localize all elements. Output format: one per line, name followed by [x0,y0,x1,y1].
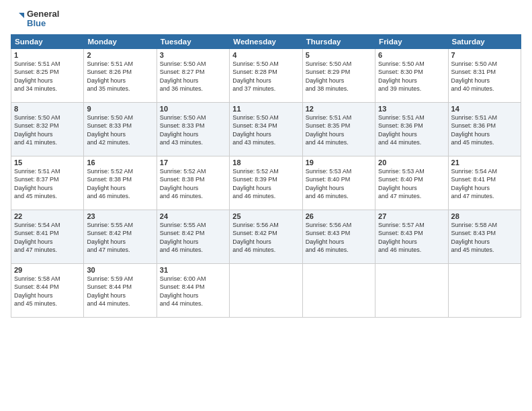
day-info: Sunrise: 5:50 AMSunset: 8:27 PMDaylight … [160,60,206,93]
calendar-cell: 16 Sunrise: 5:52 AMSunset: 8:38 PMDaylig… [84,156,157,210]
day-info: Sunrise: 5:50 AMSunset: 8:31 PMDaylight … [451,60,498,93]
calendar-cell: 11 Sunrise: 5:50 AMSunset: 8:34 PMDaylig… [230,102,302,156]
day-number: 3 [160,51,226,59]
calendar-cell: 24 Sunrise: 5:55 AMSunset: 8:42 PMDaylig… [157,210,229,263]
day-number: 30 [87,266,153,274]
calendar-table: SundayMondayTuesdayWednesdayThursdayFrid… [11,34,521,318]
header: General Blue [11,7,521,29]
day-number: 18 [232,158,299,167]
day-info: Sunrise: 5:53 AMSunset: 8:40 PMDaylight … [306,168,352,200]
calendar-cell: 3 Sunrise: 5:50 AMSunset: 8:27 PMDayligh… [157,48,229,102]
day-number: 1 [14,51,81,59]
calendar-cell: 19 Sunrise: 5:53 AMSunset: 8:40 PMDaylig… [302,156,375,210]
calendar-cell: 20 Sunrise: 5:53 AMSunset: 8:40 PMDaylig… [375,156,448,210]
weekday-header-saturday: Saturday [448,34,521,48]
day-number: 16 [87,158,153,167]
weekday-header-friday: Friday [375,34,448,48]
calendar-cell: 6 Sunrise: 5:50 AMSunset: 8:30 PMDayligh… [375,48,448,102]
day-number: 23 [87,212,153,220]
calendar-cell: 27 Sunrise: 5:57 AMSunset: 8:43 PMDaylig… [375,210,448,263]
calendar-cell: 23 Sunrise: 5:55 AMSunset: 8:42 PMDaylig… [84,210,157,263]
day-info: Sunrise: 5:50 AMSunset: 8:33 PMDaylight … [160,114,206,146]
day-info: Sunrise: 5:58 AMSunset: 8:44 PMDaylight … [14,275,60,308]
svg-marker-0 [19,13,24,18]
day-info: Sunrise: 5:52 AMSunset: 8:38 PMDaylight … [160,168,206,200]
day-number: 28 [451,212,518,220]
calendar-cell [448,263,521,317]
day-number: 21 [451,158,518,167]
calendar-week-1: 1 Sunrise: 5:51 AMSunset: 8:25 PMDayligh… [11,48,521,102]
logo-text: General Blue [27,9,59,29]
logo-bird-icon [11,11,24,25]
day-info: Sunrise: 5:51 AMSunset: 8:37 PMDaylight … [14,168,60,200]
day-info: Sunrise: 5:55 AMSunset: 8:42 PMDaylight … [160,222,206,254]
calendar-cell: 31 Sunrise: 6:00 AMSunset: 8:44 PMDaylig… [157,263,229,317]
weekday-header-thursday: Thursday [302,34,375,48]
calendar-cell: 28 Sunrise: 5:58 AMSunset: 8:43 PMDaylig… [448,210,521,263]
calendar-cell: 18 Sunrise: 5:52 AMSunset: 8:39 PMDaylig… [230,156,302,210]
day-info: Sunrise: 5:50 AMSunset: 8:28 PMDaylight … [232,60,279,93]
calendar-cell: 10 Sunrise: 5:50 AMSunset: 8:33 PMDaylig… [157,102,229,156]
day-number: 31 [160,266,226,274]
calendar-week-2: 8 Sunrise: 5:50 AMSunset: 8:32 PMDayligh… [11,102,521,156]
day-number: 4 [232,51,299,59]
calendar-week-3: 15 Sunrise: 5:51 AMSunset: 8:37 PMDaylig… [11,156,521,210]
weekday-header-monday: Monday [84,34,157,48]
calendar-week-4: 22 Sunrise: 5:54 AMSunset: 8:41 PMDaylig… [11,210,521,263]
day-info: Sunrise: 5:50 AMSunset: 8:29 PMDaylight … [306,60,352,93]
day-number: 11 [232,105,299,113]
day-info: Sunrise: 5:51 AMSunset: 8:35 PMDaylight … [306,114,352,146]
day-number: 8 [14,105,81,113]
logo: General Blue [11,9,59,29]
calendar-body: 1 Sunrise: 5:51 AMSunset: 8:25 PMDayligh… [11,48,521,317]
calendar-cell: 30 Sunrise: 5:59 AMSunset: 8:44 PMDaylig… [84,263,157,317]
day-info: Sunrise: 5:59 AMSunset: 8:44 PMDaylight … [87,275,133,308]
day-info: Sunrise: 5:50 AMSunset: 8:30 PMDaylight … [378,60,425,93]
day-info: Sunrise: 5:54 AMSunset: 8:41 PMDaylight … [14,222,60,254]
day-info: Sunrise: 5:50 AMSunset: 8:34 PMDaylight … [232,114,279,146]
day-number: 19 [306,158,372,167]
calendar-cell: 5 Sunrise: 5:50 AMSunset: 8:29 PMDayligh… [302,48,375,102]
day-number: 26 [306,212,372,220]
day-number: 10 [160,105,226,113]
calendar-cell: 2 Sunrise: 5:51 AMSunset: 8:26 PMDayligh… [84,48,157,102]
day-info: Sunrise: 5:50 AMSunset: 8:33 PMDaylight … [87,114,133,146]
calendar-cell: 17 Sunrise: 5:52 AMSunset: 8:38 PMDaylig… [157,156,229,210]
calendar-week-5: 29 Sunrise: 5:58 AMSunset: 8:44 PMDaylig… [11,263,521,317]
day-number: 2 [87,51,153,59]
day-info: Sunrise: 5:51 AMSunset: 8:26 PMDaylight … [87,60,133,93]
day-number: 9 [87,105,153,113]
day-number: 20 [378,158,445,167]
day-number: 15 [14,158,81,167]
logo-text-block: General Blue [11,9,59,29]
day-number: 25 [232,212,299,220]
calendar-cell: 4 Sunrise: 5:50 AMSunset: 8:28 PMDayligh… [230,48,302,102]
day-number: 27 [378,212,445,220]
weekday-header-sunday: Sunday [11,34,84,48]
calendar-cell: 25 Sunrise: 5:56 AMSunset: 8:42 PMDaylig… [230,210,302,263]
day-info: Sunrise: 5:51 AMSunset: 8:36 PMDaylight … [451,114,498,146]
weekday-header-wednesday: Wednesday [230,34,302,48]
day-number: 7 [451,51,518,59]
calendar-cell: 21 Sunrise: 5:54 AMSunset: 8:41 PMDaylig… [448,156,521,210]
day-number: 12 [306,105,372,113]
calendar-cell: 12 Sunrise: 5:51 AMSunset: 8:35 PMDaylig… [302,102,375,156]
calendar-cell: 15 Sunrise: 5:51 AMSunset: 8:37 PMDaylig… [11,156,84,210]
day-info: Sunrise: 5:54 AMSunset: 8:41 PMDaylight … [451,168,498,200]
day-number: 13 [378,105,445,113]
calendar-cell: 13 Sunrise: 5:51 AMSunset: 8:36 PMDaylig… [375,102,448,156]
day-info: Sunrise: 5:51 AMSunset: 8:36 PMDaylight … [378,114,425,146]
calendar-cell: 7 Sunrise: 5:50 AMSunset: 8:31 PMDayligh… [448,48,521,102]
calendar-cell: 26 Sunrise: 5:56 AMSunset: 8:43 PMDaylig… [302,210,375,263]
day-number: 24 [160,212,226,220]
calendar-cell: 22 Sunrise: 5:54 AMSunset: 8:41 PMDaylig… [11,210,84,263]
day-info: Sunrise: 5:58 AMSunset: 8:43 PMDaylight … [451,222,498,254]
day-number: 17 [160,158,226,167]
day-info: Sunrise: 5:57 AMSunset: 8:43 PMDaylight … [378,222,425,254]
day-number: 14 [451,105,518,113]
day-info: Sunrise: 5:50 AMSunset: 8:32 PMDaylight … [14,114,60,146]
day-info: Sunrise: 5:52 AMSunset: 8:39 PMDaylight … [232,168,279,200]
day-number: 29 [14,266,81,274]
calendar-cell: 29 Sunrise: 5:58 AMSunset: 8:44 PMDaylig… [11,263,84,317]
day-info: Sunrise: 5:52 AMSunset: 8:38 PMDaylight … [87,168,133,200]
